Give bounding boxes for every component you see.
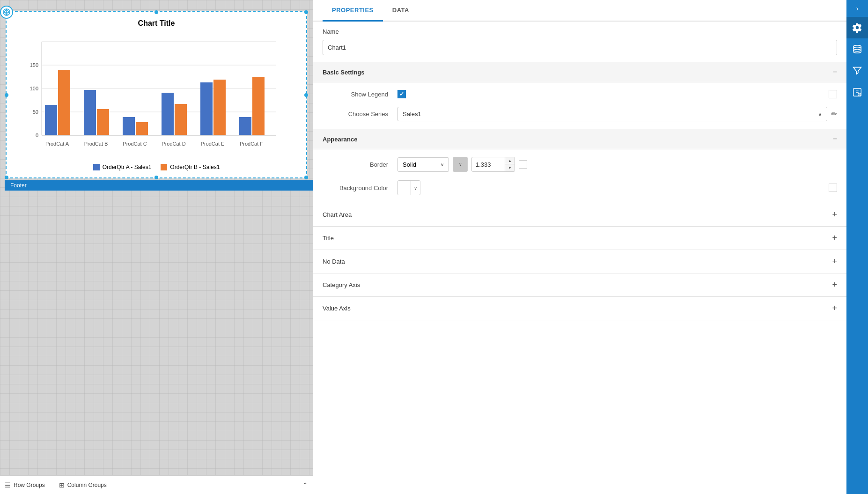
resize-handle-bottom-left[interactable] bbox=[5, 176, 8, 179]
svg-text:ProdCat A: ProdCat A bbox=[45, 141, 69, 147]
svg-text:ProdCat F: ProdCat F bbox=[240, 141, 263, 147]
svg-text:ProdCat D: ProdCat D bbox=[162, 141, 185, 147]
svg-text:0: 0 bbox=[36, 133, 38, 138]
column-groups-label: Column Groups bbox=[67, 482, 107, 488]
border-color-swatch[interactable]: ∨ bbox=[453, 157, 468, 172]
border-checkbox[interactable] bbox=[519, 160, 527, 169]
svg-rect-13 bbox=[58, 70, 70, 135]
border-width-input-group: ▲ ▼ bbox=[471, 157, 515, 172]
chart-legend: OrderQtr A - Sales1 OrderQtr B - Sales1 bbox=[16, 164, 297, 170]
legend-color-2 bbox=[161, 164, 167, 170]
appearance-collapse-icon: − bbox=[833, 135, 837, 143]
choose-series-label: Choose Series bbox=[323, 111, 397, 118]
border-color-chevron: ∨ bbox=[459, 162, 462, 167]
column-groups-icon: ⊞ bbox=[59, 481, 65, 489]
svg-rect-17 bbox=[136, 122, 148, 135]
name-input[interactable] bbox=[323, 40, 837, 55]
basic-settings-header[interactable]: Basic Settings − bbox=[313, 62, 846, 82]
name-label: Name bbox=[323, 28, 837, 35]
sidebar-filter-icon[interactable] bbox=[846, 60, 868, 81]
no-data-expand-icon: + bbox=[832, 257, 837, 266]
choose-series-control: Sales1 ∨ ✏ bbox=[397, 107, 837, 121]
resize-handle-top-mid[interactable] bbox=[154, 10, 158, 14]
category-axis-section[interactable]: Category Axis + bbox=[313, 273, 846, 297]
svg-text:50: 50 bbox=[33, 109, 38, 115]
resize-handle-top-right[interactable] bbox=[304, 10, 308, 14]
panel-tabs: PROPERTIES DATA bbox=[313, 0, 846, 22]
basic-settings-collapse-icon: − bbox=[833, 68, 837, 76]
svg-rect-20 bbox=[200, 82, 213, 135]
svg-text:100: 100 bbox=[30, 86, 38, 91]
chart-inner: Chart Title 0 50 100 150 bbox=[7, 12, 306, 177]
panel-content: Name Basic Settings − Show Legend Choose… bbox=[313, 22, 846, 494]
column-groups-item[interactable]: ⊞ Column Groups bbox=[59, 481, 107, 489]
svg-rect-22 bbox=[239, 117, 251, 135]
chart-area-expand-icon: + bbox=[832, 210, 837, 220]
choose-series-dropdown[interactable]: Sales1 ∨ bbox=[397, 107, 827, 121]
border-width-spinners: ▲ ▼ bbox=[505, 157, 515, 171]
appearance-header[interactable]: Appearance − bbox=[313, 129, 846, 149]
border-width-down[interactable]: ▼ bbox=[505, 164, 515, 171]
svg-rect-21 bbox=[213, 80, 226, 135]
border-width-up[interactable]: ▲ bbox=[505, 157, 515, 164]
sidebar-settings-icon[interactable] bbox=[846, 17, 868, 38]
no-data-title: No Data bbox=[323, 258, 345, 265]
bg-color-checkbox[interactable] bbox=[829, 184, 837, 192]
bottom-bar: ☰ Row Groups ⊞ Column Groups ⌃ bbox=[0, 475, 313, 494]
show-legend-checkbox[interactable] bbox=[397, 90, 406, 98]
row-groups-item[interactable]: ☰ Row Groups bbox=[5, 481, 45, 489]
svg-rect-14 bbox=[84, 90, 96, 135]
no-data-section[interactable]: No Data + bbox=[313, 250, 846, 273]
appearance-content: Border Solid ∨ ∨ ▲ ▼ bbox=[313, 149, 846, 203]
svg-rect-15 bbox=[97, 109, 109, 135]
border-style-chevron: ∨ bbox=[441, 162, 444, 167]
title-expand-icon: + bbox=[832, 233, 837, 243]
chart-area-section[interactable]: Chart Area + bbox=[313, 203, 846, 227]
sidebar-database-icon[interactable] bbox=[846, 38, 868, 60]
border-width-input[interactable] bbox=[472, 158, 505, 171]
legend-color-1 bbox=[93, 164, 100, 170]
sidebar-arrow-right[interactable]: › bbox=[846, 0, 868, 17]
svg-rect-12 bbox=[45, 105, 57, 135]
canvas-bottom bbox=[0, 191, 313, 494]
bg-color-dropdown[interactable]: ∨ bbox=[397, 180, 420, 195]
chart-area-title: Chart Area bbox=[323, 211, 352, 218]
legend-item-2: OrderQtr B - Sales1 bbox=[161, 164, 220, 170]
legend-item-1: OrderQtr A - Sales1 bbox=[93, 164, 152, 170]
show-legend-row: Show Legend bbox=[323, 90, 837, 98]
canvas-area: Chart Title 0 50 100 150 bbox=[0, 0, 313, 494]
resize-handle-bottom-right[interactable] bbox=[304, 176, 308, 179]
resize-handle-bottom-mid[interactable] bbox=[154, 176, 158, 179]
svg-rect-18 bbox=[162, 93, 174, 135]
tab-properties[interactable]: PROPERTIES bbox=[323, 0, 383, 22]
right-panel: PROPERTIES DATA Name Basic Settings − Sh… bbox=[313, 0, 846, 494]
border-label: Border bbox=[323, 161, 397, 168]
title-section[interactable]: Title + bbox=[313, 227, 846, 250]
bottom-bar-chevron[interactable]: ⌃ bbox=[302, 481, 308, 489]
border-style-value: Solid bbox=[403, 161, 416, 168]
svg-point-32 bbox=[853, 45, 861, 48]
far-right-sidebar: › bbox=[846, 0, 868, 494]
sidebar-report-icon[interactable] bbox=[846, 81, 868, 103]
value-axis-section[interactable]: Value Axis + bbox=[313, 297, 846, 320]
svg-rect-23 bbox=[252, 77, 265, 135]
border-row: Border Solid ∨ ∨ ▲ ▼ bbox=[323, 157, 837, 172]
edit-series-icon[interactable]: ✏ bbox=[831, 110, 837, 118]
chart-container[interactable]: Chart Title 0 50 100 150 bbox=[6, 11, 307, 178]
chart-move-handle[interactable] bbox=[0, 6, 13, 19]
basic-settings-content: Show Legend Choose Series Sales1 ∨ ✏ bbox=[313, 82, 846, 129]
bg-color-arrow: ∨ bbox=[411, 185, 420, 191]
show-legend-extra-checkbox[interactable] bbox=[829, 90, 837, 98]
show-legend-control bbox=[397, 90, 837, 98]
bg-color-control: ∨ bbox=[397, 180, 837, 195]
show-legend-label: Show Legend bbox=[323, 91, 397, 98]
tab-data[interactable]: DATA bbox=[383, 0, 419, 22]
bg-color-label: Background Color bbox=[323, 184, 397, 192]
value-axis-expand-icon: + bbox=[832, 303, 837, 313]
resize-handle-left-mid[interactable] bbox=[5, 93, 8, 97]
svg-text:ProdCat B: ProdCat B bbox=[84, 141, 108, 147]
resize-handle-right-mid[interactable] bbox=[304, 93, 308, 97]
row-groups-label: Row Groups bbox=[14, 482, 45, 488]
svg-rect-16 bbox=[123, 117, 135, 135]
border-style-dropdown[interactable]: Solid ∨ bbox=[397, 157, 449, 172]
